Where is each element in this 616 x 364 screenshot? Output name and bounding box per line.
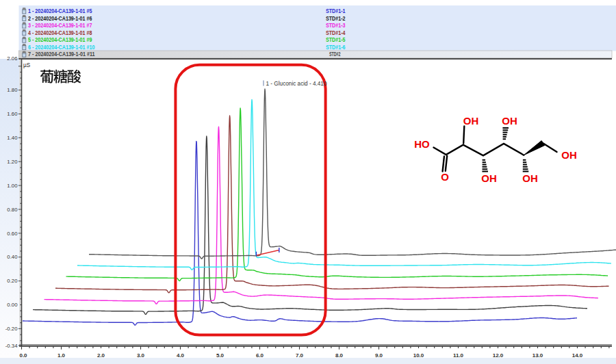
svg-text:HO: HO — [414, 138, 430, 150]
svg-text:0.0: 0.0 — [19, 352, 27, 359]
svg-text:14.0: 14.0 — [572, 352, 583, 359]
svg-text:STD#1-2: STD#1-2 — [326, 15, 346, 22]
svg-text:0.20: 0.20 — [7, 278, 18, 284]
svg-text:OH: OH — [502, 115, 517, 127]
svg-text:1.0: 1.0 — [57, 352, 66, 359]
svg-text:6.0: 6.0 — [256, 352, 264, 359]
svg-text:7.0: 7.0 — [296, 352, 304, 359]
svg-text:O: O — [441, 171, 449, 183]
svg-text:4 - 20240204-CA139-1-01 #8: 4 - 20240204-CA139-1-01 #8 — [28, 29, 92, 36]
svg-text:STD#1-4: STD#1-4 — [326, 29, 346, 36]
svg-text:2.0: 2.0 — [97, 352, 105, 359]
svg-text:0.80: 0.80 — [7, 207, 18, 213]
svg-text:0.40: 0.40 — [7, 254, 18, 260]
svg-text:OH: OH — [522, 172, 538, 184]
svg-text:10.0: 10.0 — [413, 352, 424, 359]
svg-text:7 - 20240204-CA139-1-01 #11: 7 - 20240204-CA139-1-01 #11 — [28, 51, 95, 57]
svg-text:9.0: 9.0 — [375, 352, 383, 359]
svg-text:-0.34: -0.34 — [5, 343, 18, 349]
svg-text:3 - 20240204-CA139-1-01 #7: 3 - 20240204-CA139-1-01 #7 — [28, 22, 92, 29]
svg-text:STD#1-3: STD#1-3 — [326, 22, 346, 29]
svg-text:2.06: 2.06 — [7, 55, 17, 62]
svg-text:5.0: 5.0 — [216, 352, 224, 359]
svg-text:4.0: 4.0 — [177, 352, 185, 359]
svg-text:11.0: 11.0 — [453, 352, 464, 359]
svg-text:1.40: 1.40 — [7, 135, 18, 141]
svg-text:8.0: 8.0 — [335, 352, 344, 359]
svg-text:12.0: 12.0 — [493, 352, 504, 359]
svg-text:3.0: 3.0 — [137, 352, 145, 359]
svg-text:1 - 20240204-CA139-1-01 #5: 1 - 20240204-CA139-1-01 #5 — [28, 8, 92, 14]
svg-text:1.80: 1.80 — [7, 87, 18, 93]
svg-text:STD#1-6: STD#1-6 — [326, 44, 346, 51]
svg-text:OH: OH — [463, 115, 479, 127]
svg-text:13.0: 13.0 — [532, 352, 543, 359]
svg-text:STD#1-1: STD#1-1 — [326, 8, 346, 14]
svg-text:OH: OH — [481, 172, 497, 184]
svg-text:0.00: 0.00 — [7, 302, 18, 308]
svg-text:1.00: 1.00 — [7, 183, 18, 189]
svg-text:1.60: 1.60 — [7, 111, 18, 117]
svg-text:1.20: 1.20 — [7, 159, 18, 165]
svg-text:6 - 20240204-CA139-1-01 #10: 6 - 20240204-CA139-1-01 #10 — [28, 44, 95, 51]
svg-text:STD#1-5: STD#1-5 — [326, 36, 346, 43]
svg-text:0.60: 0.60 — [7, 231, 18, 237]
svg-text:STD#2: STD#2 — [329, 51, 341, 57]
svg-text:5 - 20240204-CA139-1-01 #9: 5 - 20240204-CA139-1-01 #9 — [28, 36, 92, 43]
svg-text:OH: OH — [561, 149, 577, 161]
svg-text:1 - Gluconic acid - 4.410: 1 - Gluconic acid - 4.410 — [266, 80, 327, 87]
svg-text:-0.20: -0.20 — [5, 326, 18, 332]
svg-text:µS: µS — [23, 62, 31, 68]
svg-text:2 - 20240204-CA139-1-01 #6: 2 - 20240204-CA139-1-01 #6 — [28, 15, 92, 22]
